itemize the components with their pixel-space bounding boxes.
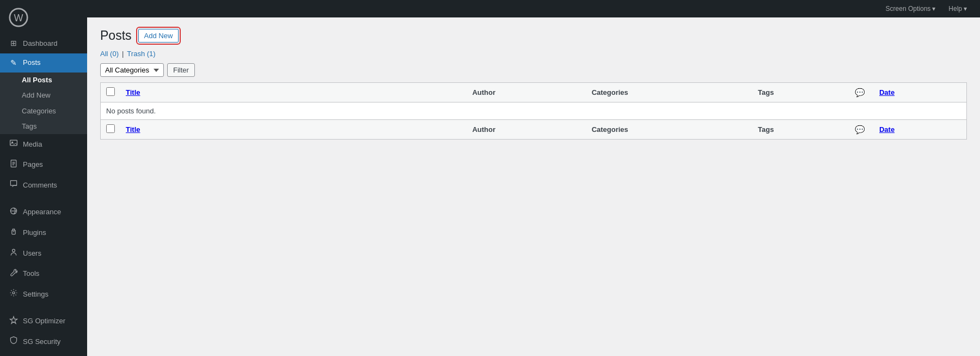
comments-column-icon: 💬 [855,88,865,97]
footer-col-check [101,120,121,140]
page-header: Posts Add New [100,28,967,43]
appearance-label: Appearance [23,207,61,217]
table-header: Title Author Categories Tags 💬 Date [101,83,967,102]
sidebar-item-dashboard[interactable]: ⊞ Dashboard [0,34,87,53]
collapse-menu-button[interactable]: ◀ Collapse menu [0,352,87,356]
svg-text:W: W [14,13,23,23]
sidebar: W ⊞ Dashboard ✎ Posts All Posts Add New … [0,0,87,356]
table-header-row: Title Author Categories Tags 💬 Date [101,83,967,102]
sidebar-item-users[interactable]: Users [0,243,87,264]
footer-col-author: Author [467,120,586,140]
dashboard-icon: ⊞ [9,38,19,49]
sidebar-item-settings[interactable]: Settings [0,284,87,305]
main-content: Screen Options ▾ Help ▾ Posts Add New Al… [87,0,980,356]
subfilter-row: All Categories Filter [100,63,967,77]
sidebar-logo: W [0,0,87,34]
sidebar-item-media[interactable]: Media [0,134,87,155]
svg-rect-2 [10,140,17,146]
sg-optimizer-icon [9,316,19,328]
select-all-footer-checkbox[interactable] [106,124,115,133]
footer-date-sort-link[interactable]: Date [879,125,895,134]
col-header-categories: Categories [586,83,752,102]
sidebar-item-pages[interactable]: Pages [0,155,87,176]
sidebar-item-sg-security[interactable]: SG Security [0,331,87,352]
sg-optimizer-label: SG Optimizer [23,316,65,326]
plugins-icon [9,227,19,239]
footer-col-title: Title [120,120,467,140]
content-area: Posts Add New All (0) | Trash (1) All Ca… [87,17,980,356]
svg-point-11 [13,249,15,252]
settings-label: Settings [23,289,48,299]
tools-label: Tools [23,269,39,279]
media-label: Media [23,140,42,149]
comments-label: Comments [23,180,57,190]
add-new-button[interactable]: Add New [138,29,179,43]
svg-point-12 [13,292,15,294]
footer-title-sort-link[interactable]: Title [126,125,140,134]
sidebar-item-all-posts[interactable]: All Posts [0,73,87,88]
screen-options-label: Screen Options [886,5,931,13]
pages-icon [9,159,19,171]
col-header-tags: Tags [752,83,847,102]
help-chevron: ▾ [964,5,967,13]
sidebar-item-tools[interactable]: Tools [0,264,87,285]
topbar: Screen Options ▾ Help ▾ [87,0,980,17]
sg-security-label: SG Security [23,337,60,347]
sidebar-item-posts[interactable]: ✎ Posts [0,53,87,73]
users-icon [9,248,19,260]
no-posts-message: No posts found. [101,102,967,120]
all-count: (0) [110,50,119,58]
appearance-icon [9,207,19,219]
posts-icon: ✎ [9,58,19,69]
sg-security-icon [9,336,19,348]
pages-label: Pages [23,160,43,170]
all-posts-label: All Posts [22,75,52,85]
sidebar-item-add-new[interactable]: Add New [0,88,87,103]
sidebar-item-sg-optimizer[interactable]: SG Optimizer [0,311,87,332]
date-sort-link[interactable]: Date [879,88,895,96]
all-label: All [100,50,108,58]
footer-comments-icon: 💬 [855,125,865,134]
svg-rect-9 [12,231,15,234]
sidebar-item-plugins[interactable]: Plugins [0,222,87,243]
col-header-comments: 💬 [847,83,874,102]
page-title: Posts [100,28,132,43]
col-date-label: Date [879,88,895,96]
settings-icon [9,288,19,300]
sidebar-item-appearance[interactable]: Appearance [0,202,87,223]
sidebar-item-categories[interactable]: Categories [0,104,87,119]
table-footer-row: Title Author Categories Tags 💬 Date [101,120,967,140]
sidebar-item-comments[interactable]: Comments [0,175,87,196]
col-header-title: Title [120,83,467,102]
trash-filter-link[interactable]: Trash (1) [127,50,155,58]
tools-icon [9,268,19,280]
screen-options-button[interactable]: Screen Options ▾ [881,3,940,15]
filter-button[interactable]: Filter [167,63,195,77]
select-all-checkbox[interactable] [106,87,115,96]
users-label: Users [23,249,41,258]
no-posts-row: No posts found. [101,102,967,120]
sidebar-item-tags[interactable]: Tags [0,119,87,134]
help-label: Help [948,5,962,13]
footer-col-title-label: Title [126,125,140,134]
comments-icon [9,179,19,191]
col-header-date: Date [874,83,967,102]
posts-submenu: All Posts Add New Categories Tags [0,73,87,134]
all-posts-filter-link[interactable]: All (0) [100,50,119,58]
trash-label: Trash [127,50,145,58]
filter-separator: | [122,50,124,58]
add-new-sub-label: Add New [22,90,51,100]
table-footer: Title Author Categories Tags 💬 Date [101,120,967,140]
title-sort-link[interactable]: Title [126,88,140,96]
footer-col-date-label: Date [879,125,895,134]
sidebar-item-label: Posts [23,58,41,68]
screen-options-chevron: ▾ [932,5,935,13]
media-icon [9,138,19,150]
col-header-author: Author [467,83,586,102]
help-button[interactable]: Help ▾ [944,3,971,15]
footer-col-tags: Tags [752,120,847,140]
plugins-label: Plugins [23,228,46,238]
category-select[interactable]: All Categories [100,63,164,77]
footer-col-categories: Categories [586,120,752,140]
filter-links: All (0) | Trash (1) [100,50,967,58]
